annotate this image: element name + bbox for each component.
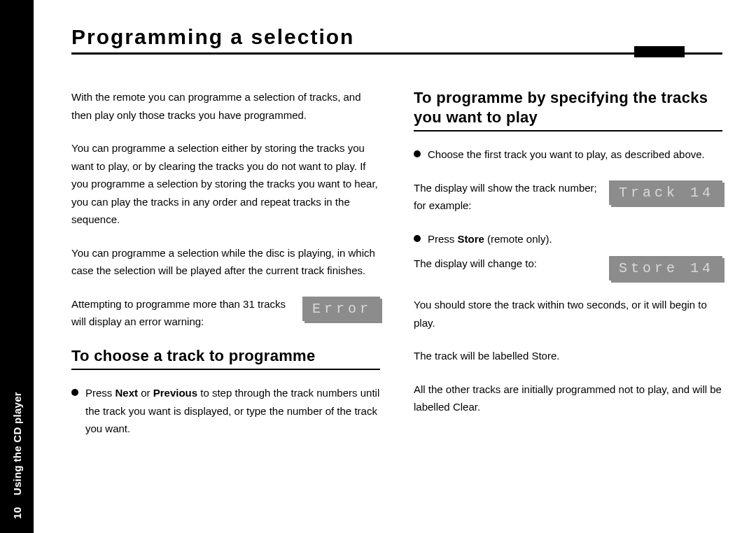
page-content: Programming a selection With the remote … — [34, 0, 756, 533]
error-row: Attempting to programme more than 31 tra… — [71, 295, 380, 331]
left-column: With the remote you can programme a sele… — [71, 88, 380, 453]
error-text: Attempting to programme more than 31 tra… — [71, 295, 293, 331]
columns: With the remote you can programme a sele… — [71, 88, 722, 453]
page-number: 10 — [11, 507, 23, 519]
sidebar: 10 Using the CD player — [0, 0, 34, 533]
title-underline — [71, 52, 722, 55]
intro-paragraph-2: You can programme a selection either by … — [71, 139, 380, 229]
page-title: Programming a selection — [71, 25, 722, 50]
title-marker — [634, 46, 685, 57]
store-timing-note: You should store the track within two se… — [414, 296, 722, 332]
previous-key: Previous — [153, 387, 197, 399]
bullet-press-store: Press Store (remote only). — [414, 230, 722, 248]
lcd-store: Store 14 — [609, 256, 722, 280]
track-display-text: The display will show the track number; … — [414, 179, 599, 215]
section-label: Using the CD player — [11, 392, 23, 495]
subheading-programme-tracks: To programme by specifying the tracks yo… — [414, 88, 722, 132]
bullet-choose-track: Press Next or Previous to step through t… — [71, 384, 380, 438]
bullet-icon — [71, 389, 78, 396]
bullet-text: Choose the first track you want to play,… — [428, 145, 722, 164]
title-row: Programming a selection — [71, 25, 722, 50]
lcd-error: Error — [302, 297, 380, 321]
clear-label-note: All the other tracks are initially progr… — [414, 381, 722, 416]
store-key: Store — [458, 233, 484, 245]
lcd-track: Track 14 — [609, 180, 722, 205]
track-display-row: The display will show the track number; … — [414, 179, 722, 215]
store-display-row: The display will change to: Store 14 — [414, 255, 722, 280]
right-column: To programme by specifying the tracks yo… — [414, 88, 722, 453]
intro-paragraph-3: You can programme a selection while the … — [71, 244, 380, 280]
subheading-choose-track: To choose a track to programme — [71, 346, 380, 371]
store-label-note: The track will be labelled Store. — [414, 347, 722, 365]
intro-paragraph-1: With the remote you can programme a sele… — [71, 88, 380, 124]
bullet-icon — [414, 150, 421, 157]
bullet-icon — [414, 235, 421, 242]
bullet-text: Press Store (remote only). — [428, 230, 722, 248]
bullet-text: Press Next or Previous to step through t… — [85, 384, 380, 438]
store-display-text: The display will change to: — [414, 255, 599, 273]
bullet-choose-first: Choose the first track you want to play,… — [414, 145, 722, 164]
next-key: Next — [115, 387, 139, 399]
